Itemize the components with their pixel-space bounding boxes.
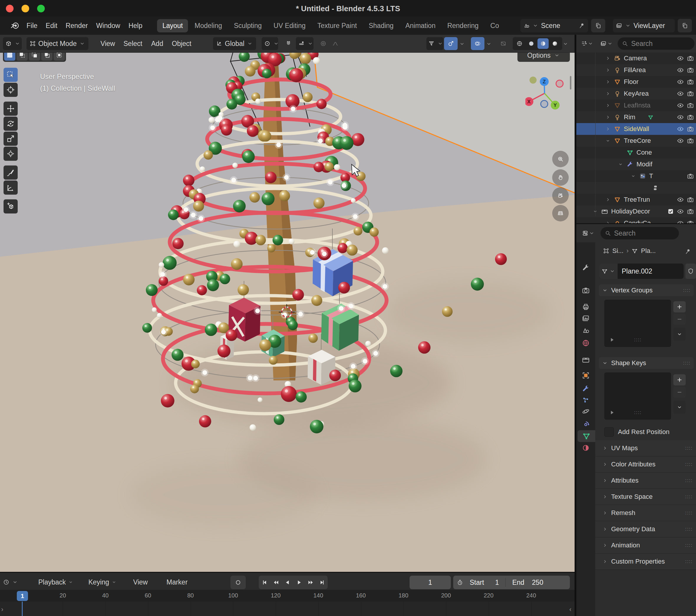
datablock-name-field[interactable]: Plane.002 [618, 268, 652, 275]
blender-logo-icon[interactable] [10, 21, 21, 31]
outliner-row-leafinsta[interactable]: LeafInsta [576, 99, 696, 111]
remove-vertex-group-button[interactable] [673, 313, 686, 325]
expand-arrow-icon[interactable] [603, 67, 613, 73]
remove-shape-key-button[interactable] [673, 387, 686, 398]
rendered-shading-button[interactable] [549, 38, 560, 49]
outliner-row-keyarea[interactable]: KeyArea [576, 88, 696, 99]
viewlayer-selector[interactable]: ViewLayer [613, 19, 675, 32]
render-visibility-toggle[interactable] [687, 220, 694, 223]
render-visibility-toggle[interactable] [687, 55, 694, 62]
tool-measure[interactable] [3, 180, 18, 195]
render-visibility-toggle[interactable] [687, 67, 694, 74]
outliner-row-holidaydecor[interactable]: HolidayDecor [576, 206, 696, 217]
properties-tab-material[interactable] [576, 442, 595, 454]
show-overlays-toggle[interactable] [471, 37, 485, 50]
panel-attributes[interactable]: Attributes:::: [595, 473, 696, 489]
pin-id-button[interactable] [685, 248, 691, 255]
properties-editor-type-dropdown[interactable] [579, 226, 598, 240]
properties-tab-object-data[interactable] [578, 430, 595, 442]
play-reverse-button[interactable] [282, 576, 293, 589]
menu-help[interactable]: Help [125, 19, 146, 32]
outliner-row-rim[interactable]: Rim [576, 111, 696, 123]
auto-keying-button[interactable] [231, 576, 246, 589]
timeline-menu-marker[interactable]: Marker [167, 576, 188, 589]
outliner-row-cone[interactable]: Cone [576, 147, 696, 158]
outliner-row-datablocks[interactable] [576, 182, 696, 194]
timeline-menu-view[interactable]: View [133, 576, 148, 589]
hide-in-viewport-toggle[interactable] [677, 90, 684, 97]
add-shape-key-button[interactable] [673, 374, 686, 386]
menu-render[interactable]: Render [62, 19, 91, 32]
viewport-menu-add[interactable]: Add [149, 37, 165, 50]
viewport-menu-select[interactable]: Select [121, 37, 145, 50]
panel-uv-maps[interactable]: UV Maps:::: [595, 440, 696, 456]
start-frame-field[interactable]: 1 [495, 579, 499, 586]
workspace-tab-layout[interactable]: Layout [157, 19, 188, 32]
breadcrumb-data[interactable]: Pla... [641, 247, 655, 255]
properties-tab-modifiers[interactable] [576, 383, 595, 394]
render-visibility-toggle[interactable] [687, 114, 694, 121]
wireframe-shading-button[interactable] [514, 38, 525, 49]
pan-button[interactable] [552, 169, 569, 186]
3d-viewport[interactable]: User Perspective (1) Collection | SideWa… [0, 35, 574, 572]
properties-tab-view-layer[interactable] [576, 312, 595, 324]
hide-in-viewport-toggle[interactable] [677, 137, 684, 144]
expand-arrow-icon[interactable] [603, 126, 613, 132]
play-button[interactable] [293, 576, 305, 589]
timeline-menu-keying[interactable]: Keying [89, 576, 117, 589]
vertex-group-specials-dropdown[interactable] [673, 328, 686, 341]
disable-in-renders-toggle[interactable] [687, 102, 694, 109]
timeline-editor-type-dropdown[interactable] [3, 576, 18, 589]
hide-in-viewport-toggle[interactable] [677, 208, 684, 215]
expand-sidebar-arrow[interactable]: › [1, 606, 3, 613]
add-vertex-group-button[interactable] [673, 301, 686, 312]
snap-settings-dropdown[interactable] [296, 37, 314, 50]
properties-tab-collection[interactable] [576, 354, 595, 366]
workspace-tab-uv-editing[interactable]: UV Editing [268, 19, 311, 32]
expand-arrow-icon[interactable] [603, 197, 613, 202]
panel-grip[interactable]: :::: [683, 360, 691, 366]
shading-dropdown[interactable] [562, 40, 569, 47]
tool-move[interactable] [3, 101, 18, 116]
outliner-row-treetrun[interactable]: TreeTrun [576, 194, 696, 206]
properties-tab-constraints[interactable] [576, 419, 595, 431]
mode-dropdown[interactable]: Object Mode [27, 37, 89, 50]
mesh-data-dropdown[interactable] [599, 263, 618, 279]
proportional-falloff-dropdown[interactable] [330, 37, 341, 50]
workspace-tab-texture-paint[interactable]: Texture Paint [312, 19, 362, 32]
expand-arrow-icon[interactable] [603, 79, 613, 84]
panel-remesh[interactable]: Remesh:::: [595, 505, 696, 521]
hide-in-viewport-toggle[interactable] [677, 67, 684, 74]
collapse-arrow-icon[interactable] [629, 174, 638, 179]
new-viewlayer-button[interactable] [678, 19, 692, 32]
render-visibility-toggle[interactable] [687, 196, 694, 203]
breadcrumb-object[interactable]: Si... [612, 247, 623, 255]
panel-texture-space[interactable]: Texture Space:::: [595, 489, 696, 505]
list-grip[interactable]: :::: [634, 337, 642, 342]
overlays-dropdown[interactable] [486, 40, 492, 47]
tool-scale[interactable] [3, 132, 18, 146]
render-visibility-toggle[interactable] [687, 173, 694, 180]
gizmo-dropdown[interactable] [459, 40, 465, 47]
current-frame-indicator[interactable]: 1 [17, 591, 28, 601]
show-gizmo-toggle[interactable] [444, 37, 458, 50]
properties-tab-output[interactable] [576, 301, 595, 313]
add-rest-position-checkbox[interactable] [604, 427, 614, 437]
expand-arrow-icon[interactable] [603, 103, 613, 108]
snap-toggle[interactable] [282, 37, 295, 50]
orthographic-toggle-button[interactable] [552, 205, 569, 222]
hide-in-viewport-toggle[interactable] [677, 102, 684, 109]
expand-arrow-icon[interactable] [603, 221, 613, 223]
outliner-row-camera[interactable]: Camera [576, 52, 696, 64]
axis-gizmo[interactable]: Z X Y [525, 74, 564, 113]
timeline-ruler[interactable]: 1 20406080100120140160180200220240 [0, 590, 574, 602]
properties-tab-particles[interactable] [576, 394, 595, 406]
editor-type-dropdown[interactable] [3, 37, 22, 50]
outliner-row-sidewall[interactable]: SideWall [576, 123, 696, 135]
jump-to-start-button[interactable] [259, 576, 270, 589]
render-visibility-toggle[interactable] [687, 78, 694, 85]
expand-handle-icon[interactable] [609, 337, 615, 343]
jump-to-end-button[interactable] [316, 576, 328, 589]
menu-file[interactable]: File [23, 19, 41, 32]
properties-tab-tool[interactable] [576, 262, 595, 274]
